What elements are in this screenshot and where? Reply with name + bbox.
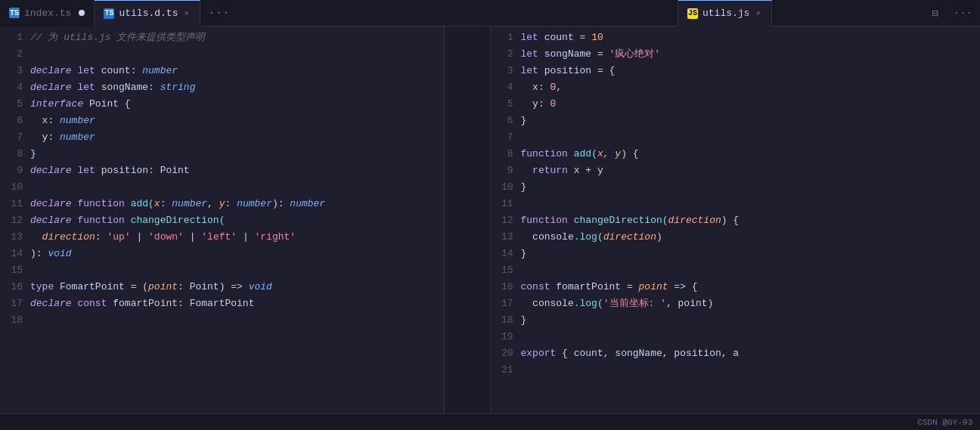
modified-dot bbox=[79, 10, 85, 16]
line-number: 4 bbox=[6, 79, 23, 96]
line-number: 10 bbox=[497, 179, 513, 196]
line-number: 5 bbox=[6, 96, 23, 113]
editor-container: 123456789101112131415161718 // 为 utils.j… bbox=[0, 26, 980, 413]
line-number: 18 bbox=[497, 312, 513, 329]
code-line: } bbox=[521, 312, 975, 329]
code-line: function add(x, y) { bbox=[521, 146, 975, 162]
code-line: ): void bbox=[30, 246, 484, 262]
line-number: 14 bbox=[497, 246, 513, 262]
line-number: 12 bbox=[497, 212, 513, 229]
line-number: 2 bbox=[497, 46, 513, 63]
line-number: 1 bbox=[497, 29, 513, 46]
line-number: 1 bbox=[6, 29, 23, 46]
status-bar: CSDN @GY-93 bbox=[0, 413, 980, 430]
line-number: 11 bbox=[497, 196, 513, 212]
right-tab-bar: JS utils.js × ⊟ ··· bbox=[678, 0, 980, 26]
code-line: interface Point { bbox=[30, 96, 484, 113]
line-number: 18 bbox=[6, 312, 23, 329]
line-number: 6 bbox=[6, 113, 23, 129]
line-number: 8 bbox=[497, 146, 513, 162]
line-number: 16 bbox=[497, 279, 513, 295]
line-number: 4 bbox=[497, 79, 513, 96]
code-line: declare function add(x: number, y: numbe… bbox=[30, 196, 484, 212]
line-number: 13 bbox=[6, 229, 23, 246]
left-divider bbox=[444, 26, 445, 413]
left-code-lines: // 为 utils.js 文件来提供类型声明 declare let coun… bbox=[30, 29, 490, 410]
code-line bbox=[30, 46, 484, 63]
close-js-icon[interactable]: × bbox=[754, 8, 762, 20]
code-line: let position = { bbox=[521, 63, 975, 79]
ts-icon: TS bbox=[9, 8, 20, 18]
tab-utils-js[interactable]: JS utils.js × bbox=[678, 0, 772, 26]
tab-utils-dts-label: utils.d.ts bbox=[119, 8, 178, 19]
code-line bbox=[521, 129, 975, 146]
code-line bbox=[521, 329, 975, 345]
code-line: type FomartPoint = (point: Point) => voi… bbox=[30, 279, 484, 295]
line-number: 5 bbox=[497, 96, 513, 113]
left-editor-pane: 123456789101112131415161718 // 为 utils.j… bbox=[0, 26, 491, 413]
line-number: 13 bbox=[497, 229, 513, 246]
code-line: } bbox=[521, 113, 975, 129]
line-number: 10 bbox=[6, 179, 23, 196]
line-number: 3 bbox=[497, 63, 513, 79]
line-number: 17 bbox=[497, 295, 513, 312]
line-number: 7 bbox=[6, 129, 23, 146]
left-code-area[interactable]: 123456789101112131415161718 // 为 utils.j… bbox=[0, 26, 490, 413]
line-number: 15 bbox=[497, 262, 513, 279]
left-tab-bar: TS index.ts TS utils.d.ts × ··· bbox=[0, 0, 678, 26]
js-icon: JS bbox=[687, 8, 698, 19]
code-line: declare let songName: string bbox=[30, 79, 484, 96]
layout-icon[interactable]: ⊟ bbox=[924, 0, 945, 26]
code-line: direction: 'up' | 'down' | 'left' | 'rig… bbox=[30, 229, 484, 246]
code-line bbox=[30, 262, 484, 279]
tab-index-ts[interactable]: TS index.ts bbox=[0, 0, 95, 26]
close-icon[interactable]: × bbox=[182, 8, 191, 20]
code-line: console.log(direction) bbox=[521, 229, 975, 246]
code-line: y: number bbox=[30, 129, 484, 146]
right-line-numbers: 123456789101112131415161718192021 bbox=[491, 29, 521, 410]
code-line: console.log('当前坐标: ', point) bbox=[521, 295, 975, 312]
code-line: declare let count: number bbox=[30, 63, 484, 79]
code-line: // 为 utils.js 文件来提供类型声明 bbox=[30, 29, 484, 46]
line-number: 8 bbox=[6, 146, 23, 162]
tab-more-button[interactable]: ··· bbox=[200, 0, 237, 26]
code-line: x: number bbox=[30, 113, 484, 129]
tab-utils-js-label: utils.js bbox=[702, 8, 749, 19]
code-line bbox=[30, 179, 484, 196]
code-line: let songName = '疯心绝对' bbox=[521, 46, 975, 63]
code-line bbox=[521, 196, 975, 212]
line-number: 16 bbox=[6, 279, 23, 295]
line-number: 9 bbox=[6, 162, 23, 179]
right-editor-pane: 123456789101112131415161718192021 let co… bbox=[491, 26, 981, 413]
code-line: } bbox=[521, 179, 975, 196]
code-line: function changeDirection(direction) { bbox=[521, 212, 975, 229]
line-number: 7 bbox=[497, 129, 513, 146]
line-number: 17 bbox=[6, 295, 23, 312]
code-line bbox=[521, 262, 975, 279]
code-line: x: 0, bbox=[521, 79, 975, 96]
code-line: export { count, songName, position, a bbox=[521, 345, 975, 362]
code-line: declare let position: Point bbox=[30, 162, 484, 179]
left-line-numbers: 123456789101112131415161718 bbox=[0, 29, 30, 410]
code-line: return x + y bbox=[521, 162, 975, 179]
credit-text: CSDN @GY-93 bbox=[917, 418, 972, 427]
line-number: 19 bbox=[497, 329, 513, 345]
left-minimap bbox=[445, 26, 490, 413]
right-code-area[interactable]: 123456789101112131415161718192021 let co… bbox=[491, 26, 981, 413]
code-line: const fomartPoint = point => { bbox=[521, 279, 975, 295]
line-number: 14 bbox=[6, 246, 23, 262]
code-line: } bbox=[30, 146, 484, 162]
tab-utils-dts[interactable]: TS utils.d.ts × bbox=[95, 0, 200, 26]
code-line: declare function changeDirection( bbox=[30, 212, 484, 229]
right-code-lines: let count = 10let songName = '疯心绝对'let p… bbox=[521, 29, 981, 410]
code-line: declare const fomartPoint: FomartPoint bbox=[30, 295, 484, 312]
code-line bbox=[521, 362, 975, 379]
line-number: 2 bbox=[6, 46, 23, 63]
code-line bbox=[30, 312, 484, 329]
line-number: 21 bbox=[497, 362, 513, 379]
code-line: y: 0 bbox=[521, 96, 975, 113]
more-icon-right[interactable]: ··· bbox=[946, 0, 980, 26]
line-number: 11 bbox=[6, 196, 23, 212]
line-number: 12 bbox=[6, 212, 23, 229]
line-number: 6 bbox=[497, 113, 513, 129]
